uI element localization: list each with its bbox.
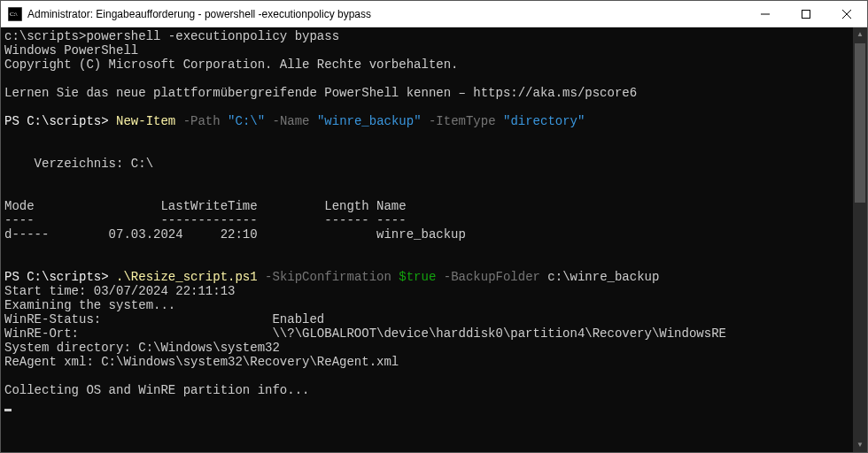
output-line: ReAgent xml: C:\Windows\system32\Recover…	[4, 355, 849, 369]
output-line: Lernen Sie das neue plattformübergreifen…	[4, 86, 849, 100]
scroll-up-arrow[interactable]: ▲	[853, 27, 867, 42]
close-button[interactable]	[826, 1, 867, 27]
blank-line	[4, 72, 849, 86]
blank-line	[4, 128, 849, 142]
output-line: Examining the system...	[4, 298, 849, 312]
scroll-thumb[interactable]	[855, 43, 865, 203]
blank-line	[4, 242, 849, 256]
blank-line	[4, 185, 849, 199]
output-line: WinRE-Ort: \\?\GLOBALROOT\device\harddis…	[4, 326, 849, 341]
svg-text:C:\: C:\	[10, 11, 18, 18]
terminal-area: c:\scripts>powershell -executionpolicy b…	[1, 27, 867, 452]
output-line: System directory: C:\Windows\system32	[4, 341, 849, 355]
command-line: PS C:\scripts> New-Item -Path "C:\" -Nam…	[4, 114, 849, 128]
window-controls	[745, 1, 867, 27]
output-line: WinRE-Status: Enabled	[4, 312, 849, 326]
table-header: Mode LastWriteTime Length Name	[4, 199, 849, 213]
vertical-scrollbar[interactable]: ▲ ▼	[853, 27, 867, 452]
app-window: C:\ Administrator: Eingabeaufforderung -…	[0, 0, 868, 453]
titlebar[interactable]: C:\ Administrator: Eingabeaufforderung -…	[1, 1, 867, 27]
cursor	[4, 409, 12, 411]
blank-line	[4, 369, 849, 383]
minimize-button[interactable]	[745, 1, 786, 27]
blank-line	[4, 100, 849, 114]
cmd-icon: C:\	[8, 7, 22, 21]
output-line: Copyright (C) Microsoft Corporation. All…	[4, 58, 849, 72]
window-title: Administrator: Eingabeaufforderung - pow…	[27, 8, 745, 20]
blank-line	[4, 171, 849, 185]
command-line: PS C:\scripts> .\Resize_script.ps1 -Skip…	[4, 270, 849, 284]
maximize-button[interactable]	[786, 1, 826, 27]
output-line: Start time: 03/07/2024 22:11:13	[4, 284, 849, 298]
scroll-down-arrow[interactable]: ▼	[853, 438, 867, 452]
table-row: d----- 07.03.2024 22:10 winre_backup	[4, 227, 849, 242]
blank-line	[4, 142, 849, 157]
blank-line	[4, 256, 849, 270]
table-separator: ---- ------------- ------ ----	[4, 213, 849, 227]
svg-rect-4	[802, 10, 810, 18]
terminal-output[interactable]: c:\scripts>powershell -executionpolicy b…	[1, 27, 853, 452]
cursor-line	[4, 397, 849, 411]
output-line: Collecting OS and WinRE partition info..…	[4, 383, 849, 397]
output-line: c:\scripts>powershell -executionpolicy b…	[4, 29, 849, 43]
output-line: Windows PowerShell	[4, 43, 849, 58]
output-line: Verzeichnis: C:\	[4, 157, 849, 171]
